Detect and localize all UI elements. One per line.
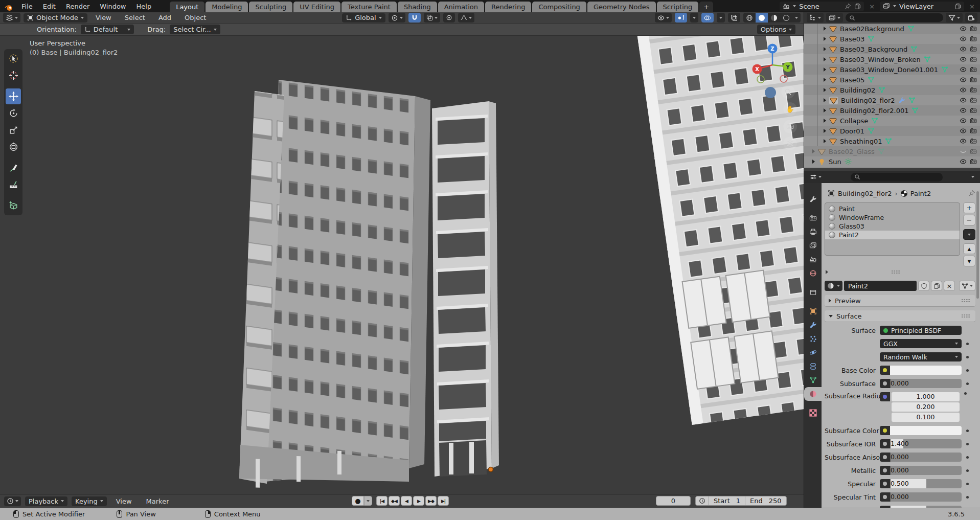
object-name[interactable]: Base05 [840, 76, 864, 84]
mesh-data-icon[interactable] [924, 56, 931, 63]
subsurface-method-dropdown[interactable]: Random Walk [880, 352, 962, 361]
outliner-filter-dropdown[interactable] [946, 13, 963, 22]
animate-dot[interactable] [966, 483, 969, 485]
radius-x-field[interactable]: 1.000 [892, 392, 960, 401]
gizmo-neg-z[interactable] [765, 87, 776, 98]
mesh-data-icon[interactable] [885, 138, 892, 145]
aniso-slider[interactable]: 0.000 [890, 453, 962, 462]
zoom-view-button[interactable] [781, 85, 795, 99]
hide-eye-icon[interactable] [960, 127, 967, 134]
disable-render-icon[interactable] [970, 46, 977, 53]
mesh-object-icon[interactable] [829, 86, 837, 94]
object-name[interactable]: Base02_Glass [829, 148, 875, 155]
browse-material-dropdown[interactable] [825, 281, 842, 291]
tab-object-data[interactable] [804, 373, 822, 387]
object-name[interactable]: Base03 [840, 35, 864, 43]
building-right[interactable] [634, 36, 804, 425]
expand-arrow[interactable] [824, 27, 826, 31]
specular-tint-socket[interactable] [880, 492, 890, 502]
tool-add-cube[interactable] [6, 198, 21, 214]
mesh-data-icon[interactable] [907, 25, 915, 32]
expand-arrow[interactable] [824, 78, 826, 82]
snap-toggle[interactable] [408, 13, 421, 22]
tool-transform[interactable] [6, 139, 21, 155]
mesh-data-icon[interactable] [911, 107, 919, 114]
jump-to-end-button[interactable]: ▶| [438, 496, 449, 506]
transform-orientation-dropdown[interactable]: Global [342, 13, 385, 22]
material-link-dropdown[interactable] [959, 281, 975, 291]
disable-render-icon[interactable] [970, 25, 977, 32]
tab-material[interactable] [804, 387, 822, 401]
animate-dot[interactable] [964, 392, 967, 395]
viewport-3d-scene[interactable] [0, 36, 804, 494]
mesh-object-icon[interactable] [818, 148, 826, 155]
gizmos-dropdown[interactable] [690, 13, 698, 22]
animate-dot[interactable] [966, 456, 969, 459]
pin-icon[interactable] [845, 3, 851, 10]
menu-edit[interactable]: Edit [38, 3, 61, 10]
viewlayer-selector[interactable]: ViewLayer [880, 2, 964, 11]
tool-scale[interactable] [6, 122, 21, 138]
metallic-slider[interactable]: 0.000 [890, 466, 962, 475]
subsurface-slider[interactable]: 0.000 [890, 379, 962, 388]
menu-window[interactable]: Window [95, 3, 131, 10]
auto-key-record-button[interactable]: ● [352, 496, 364, 506]
disable-render-icon[interactable] [970, 56, 977, 63]
mesh-object-icon[interactable] [829, 107, 837, 115]
overlays-dropdown[interactable] [717, 13, 725, 22]
unlink-scene-button[interactable]: × [868, 3, 876, 10]
editor-type-button[interactable] [3, 13, 20, 22]
expand-arrow[interactable] [824, 119, 826, 123]
jump-to-start-button[interactable]: |◀ [376, 496, 388, 506]
object-name[interactable]: Building02 [840, 86, 875, 94]
disable-render-icon[interactable] [970, 127, 977, 134]
tab-world[interactable] [804, 266, 822, 280]
expand-arrow[interactable] [812, 149, 815, 153]
next-keyframe-button[interactable]: ▶◆ [425, 496, 437, 506]
tab-render[interactable] [804, 211, 822, 225]
properties-search-input[interactable] [851, 173, 943, 182]
list-resize-grip[interactable] [891, 270, 900, 274]
gizmo-x-label[interactable]: X [755, 66, 759, 72]
hide-eye-icon[interactable] [960, 107, 967, 114]
expand-arrow[interactable] [824, 57, 826, 61]
object-origin-dot[interactable] [489, 467, 493, 472]
current-frame-field[interactable]: 0 [656, 496, 691, 506]
outliner-row-base05[interactable]: Base05 [804, 75, 980, 85]
mesh-object-icon[interactable] [829, 25, 837, 33]
outliner-row-building02-flor2-001[interactable]: Building02_flor2.001 [804, 105, 980, 116]
tab-sculpting[interactable]: Sculpting [249, 2, 292, 12]
snap-settings-dropdown[interactable] [424, 13, 440, 22]
building-left[interactable] [239, 80, 430, 488]
transform-pivot-dropdown[interactable] [389, 13, 405, 22]
menu-object[interactable]: Object [179, 14, 211, 21]
keying-dropdown[interactable]: Keying [72, 496, 107, 506]
overlays-toggle[interactable] [701, 13, 714, 22]
mesh-data-icon[interactable] [878, 148, 885, 155]
timeline-menu-view[interactable]: View [111, 498, 137, 505]
hide-eye-icon[interactable] [960, 117, 967, 124]
viewport-3d[interactable]: User Perspective (0) Base | Building02_f… [0, 36, 804, 494]
expand-arrow[interactable] [824, 88, 826, 92]
slot-specials-dropdown[interactable] [963, 229, 975, 240]
hide-eye-icon[interactable] [960, 97, 967, 104]
expand-arrow[interactable] [824, 129, 826, 133]
animate-dot[interactable] [966, 382, 969, 385]
subsurface-socket[interactable] [880, 379, 890, 388]
outliner-row-base03[interactable]: Base03 [804, 34, 980, 44]
play-reverse-button[interactable]: ◀ [401, 496, 412, 506]
shading-dropdown[interactable] [792, 13, 801, 22]
remove-slot-button[interactable]: − [963, 215, 975, 225]
disable-render-icon[interactable] [970, 148, 977, 155]
object-name[interactable]: Sun [829, 158, 841, 166]
remove-viewlayer-button[interactable]: × [968, 3, 976, 10]
expand-arrow[interactable] [824, 67, 826, 72]
use-preview-range-button[interactable] [696, 496, 709, 505]
tab-particles[interactable] [804, 332, 822, 346]
scene-selector[interactable]: Scene [780, 2, 864, 11]
end-frame-field[interactable]: End250 [745, 496, 786, 505]
tool-annotate[interactable] [6, 160, 21, 176]
tab-scene[interactable] [804, 253, 822, 266]
pin-id-icon[interactable] [968, 190, 975, 197]
pan-view-button[interactable]: ✋ [783, 102, 797, 116]
